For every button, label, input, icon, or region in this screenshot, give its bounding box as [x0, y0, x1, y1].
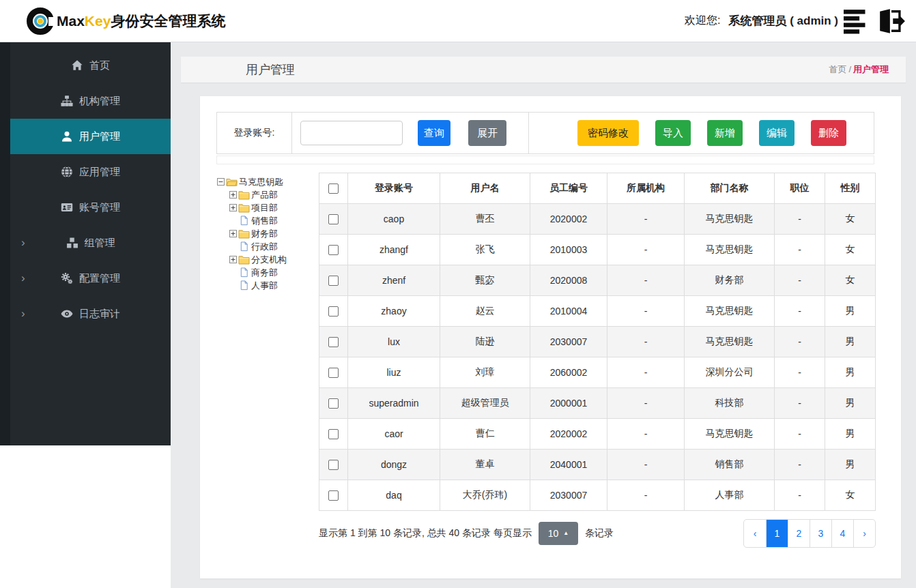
tree-node[interactable]: 分支机构	[216, 253, 317, 266]
page-size-dropdown[interactable]: 10 ▲	[539, 522, 578, 545]
table-row[interactable]: zhaoy赵云2010004-马克思钥匙-男	[319, 296, 876, 327]
table-cell: -	[607, 235, 685, 265]
user-table: 登录账号用户名员工编号所属机构部门名称职位性别 caop曹丕2020002-马克…	[319, 173, 876, 511]
table-row[interactable]: dongz董卓2040001-销售部-男	[319, 450, 876, 480]
logout-icon[interactable]	[878, 8, 906, 35]
table-row[interactable]: superadmin超级管理员2000001-科技部-男	[319, 388, 876, 419]
tree-expand-icon[interactable]	[229, 204, 238, 211]
tree-node[interactable]: 项目部	[216, 201, 317, 214]
tree-node[interactable]: 财务部	[216, 227, 317, 240]
tree-expand-icon[interactable]	[229, 191, 238, 199]
table-cell: 马克思钥匙	[685, 327, 775, 357]
select-all-header-cell	[319, 173, 348, 204]
import-button[interactable]: 导入	[655, 120, 691, 146]
row-checkbox[interactable]	[328, 398, 339, 409]
table-cell: 张飞	[440, 235, 530, 265]
login-account-input[interactable]	[300, 121, 403, 145]
table-row[interactable]: zhangf张飞2010003-马克思钥匙-女	[319, 235, 876, 265]
expand-button[interactable]: 展开	[468, 120, 506, 146]
pagination-next[interactable]: ›	[853, 520, 875, 547]
tree-node[interactable]: 人事部	[216, 279, 317, 292]
edit-button[interactable]: 编辑	[759, 120, 795, 146]
row-checkbox[interactable]	[328, 214, 339, 224]
folder-icon	[238, 254, 250, 265]
sidebar-item-org[interactable]: 机构管理	[10, 83, 171, 119]
chevron-right-icon: ›	[21, 236, 25, 250]
table-cell: -	[775, 450, 825, 480]
table-cell: 2030007	[530, 327, 607, 357]
query-button[interactable]: 查询	[418, 120, 450, 146]
toolbar-divider	[528, 113, 529, 153]
pagination-page-1[interactable]: 1	[766, 520, 788, 547]
sidebar-item-label: 用户管理	[79, 130, 120, 143]
pagination-page-4[interactable]: 4	[831, 520, 853, 547]
row-checkbox[interactable]	[328, 490, 339, 501]
pagination-page-2[interactable]: 2	[788, 520, 810, 547]
delete-button[interactable]: 删除	[811, 120, 846, 146]
tree-node-label: 财务部	[251, 228, 278, 240]
table-row[interactable]: caop曹丕2020002-马克思钥匙-女	[319, 204, 876, 235]
change-password-button[interactable]: 密码修改	[577, 120, 639, 146]
pagination-page-3[interactable]: 3	[810, 520, 831, 547]
table-cell: 女	[825, 480, 876, 511]
table-cell: 科技部	[685, 388, 775, 419]
checkbox-cell	[319, 296, 348, 327]
table-row[interactable]: lux陆逊2030007-马克思钥匙-男	[319, 327, 876, 357]
brand-text-suffix: 身份安全管理系统	[111, 12, 225, 31]
sidebar-item-home[interactable]: 首页	[10, 48, 171, 83]
table-row[interactable]: daq大乔(乔玮)2030007-人事部-女	[319, 480, 876, 511]
tree-node-root[interactable]: 马克思钥匙	[216, 175, 317, 188]
table-row[interactable]: liuz刘璋2060002-深圳分公司-男	[319, 357, 876, 388]
tree-collapse-icon[interactable]	[216, 178, 225, 186]
tree-node[interactable]: 商务部	[216, 266, 317, 279]
brand-logo: MaxKey身份安全管理系统	[26, 7, 225, 35]
pagination-prev[interactable]: ‹	[744, 520, 766, 547]
table-cell: 陆逊	[440, 327, 530, 357]
table-header-cell: 用户名	[440, 173, 530, 204]
row-checkbox[interactable]	[328, 460, 339, 470]
sidebar-item-account[interactable]: 账号管理	[10, 190, 171, 225]
tree-node[interactable]: 行政部	[216, 240, 317, 253]
tree-expand-icon[interactable]	[229, 256, 238, 263]
row-checkbox[interactable]	[328, 276, 339, 286]
row-checkbox[interactable]	[328, 183, 339, 194]
table-row[interactable]: zhenf甄宓2020008-财务部-女	[319, 265, 876, 296]
table-cell: -	[607, 357, 685, 388]
sidebar-item-user[interactable]: 用户管理	[10, 119, 171, 154]
table-cell: -	[775, 235, 825, 265]
search-toolbar: 登录账号: 查询 展开 密码修改 导入 新增 编辑 删除	[216, 112, 874, 154]
table-cell: -	[775, 419, 825, 450]
table-header-cell: 员工编号	[530, 173, 607, 204]
tree-node[interactable]: 销售部	[216, 214, 317, 227]
chevron-right-icon: ›	[21, 271, 25, 285]
add-button[interactable]: 新增	[707, 120, 743, 146]
folder-icon	[238, 203, 250, 213]
sidebar-item-audit[interactable]: ›日志审计	[10, 296, 171, 332]
table-cell: 销售部	[685, 450, 775, 480]
row-checkbox[interactable]	[328, 306, 339, 317]
sidebar-item-group[interactable]: ›组管理	[10, 225, 171, 261]
table-row[interactable]: caor曹仁2020002-马克思钥匙-男	[319, 419, 876, 450]
tree-node-label: 产品部	[251, 189, 278, 201]
row-checkbox[interactable]	[328, 337, 339, 347]
table-cell: 赵云	[440, 296, 530, 327]
tree-node-label: 项目部	[251, 202, 278, 214]
table-header-cell: 登录账号	[348, 173, 440, 204]
table-cell: -	[775, 296, 825, 327]
tree-node-label: 商务部	[251, 267, 278, 279]
table-cell: 2010003	[530, 235, 607, 265]
table-cell: 财务部	[685, 265, 775, 296]
sidebar-item-config[interactable]: ›配置管理	[10, 261, 171, 296]
table-cell: 2010004	[530, 296, 607, 327]
table-cell: 超级管理员	[440, 388, 530, 419]
row-checkbox[interactable]	[328, 245, 339, 255]
row-checkbox[interactable]	[328, 368, 339, 378]
list-icon[interactable]	[844, 8, 872, 35]
row-checkbox[interactable]	[328, 429, 339, 439]
tree-node[interactable]: 产品部	[216, 188, 317, 201]
breadcrumb-home-link[interactable]: 首页	[829, 64, 846, 74]
sidebar-menu: 首页机构管理用户管理应用管理账号管理›组管理›配置管理›日志审计	[0, 42, 171, 445]
sidebar-item-app[interactable]: 应用管理	[10, 154, 171, 190]
table-cell: -	[607, 204, 685, 235]
tree-expand-icon[interactable]	[229, 230, 238, 237]
